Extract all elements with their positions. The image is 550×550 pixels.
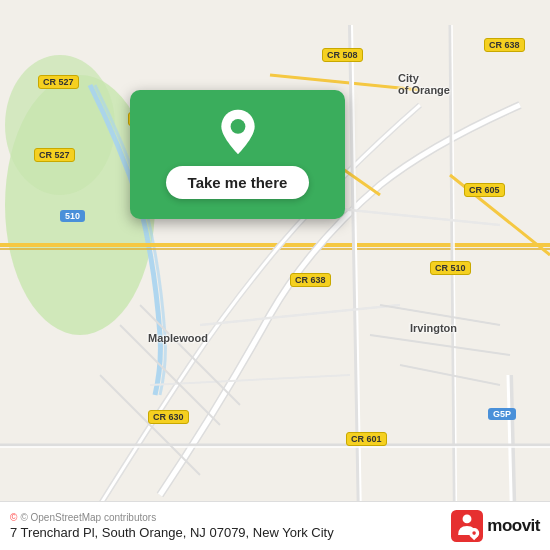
road-badge-g5p: G5P — [488, 408, 516, 420]
map-container: CR 527 CR 527 CR 508 CR 508 CR 638 CR 57… — [0, 0, 550, 550]
road-badge-510-left: 510 — [60, 210, 85, 222]
address-section: © © OpenStreetMap contributors 7 Trencha… — [10, 512, 334, 540]
city-label-maplewood: Maplewood — [148, 332, 208, 344]
location-card: Take me there — [130, 90, 345, 219]
take-me-there-button[interactable]: Take me there — [166, 166, 310, 199]
svg-point-29 — [473, 531, 477, 535]
svg-point-25 — [230, 119, 245, 134]
road-badge-cr510-right: CR 510 — [430, 261, 471, 275]
road-badge-cr638-mid: CR 638 — [290, 273, 331, 287]
svg-line-22 — [370, 335, 510, 355]
svg-point-27 — [463, 514, 472, 523]
svg-line-23 — [400, 365, 500, 385]
road-badge-cr527-ml: CR 527 — [34, 148, 75, 162]
road-badge-cr605: CR 605 — [464, 183, 505, 197]
moovit-text: moovit — [487, 516, 540, 536]
attribution-text: © OpenStreetMap contributors — [20, 512, 156, 523]
road-badge-cr630: CR 630 — [148, 410, 189, 424]
road-badge-cr527-tl: CR 527 — [38, 75, 79, 89]
road-badge-cr638-tr: CR 638 — [484, 38, 525, 52]
moovit-person-icon — [451, 510, 483, 542]
road-badge-cr508-tr: CR 508 — [322, 48, 363, 62]
bottom-bar: © © OpenStreetMap contributors 7 Trencha… — [0, 501, 550, 550]
moovit-logo: moovit — [451, 510, 540, 542]
address-text: 7 Trenchard Pl, South Orange, NJ 07079, … — [10, 525, 334, 540]
road-badge-cr601: CR 601 — [346, 432, 387, 446]
svg-line-5 — [350, 25, 360, 550]
map-svg — [0, 0, 550, 550]
attribution-line: © © OpenStreetMap contributors — [10, 512, 334, 523]
city-label-irvington: Irvington — [410, 322, 457, 334]
location-pin-icon — [214, 108, 262, 156]
city-label-orange: Cityof Orange — [398, 72, 450, 96]
